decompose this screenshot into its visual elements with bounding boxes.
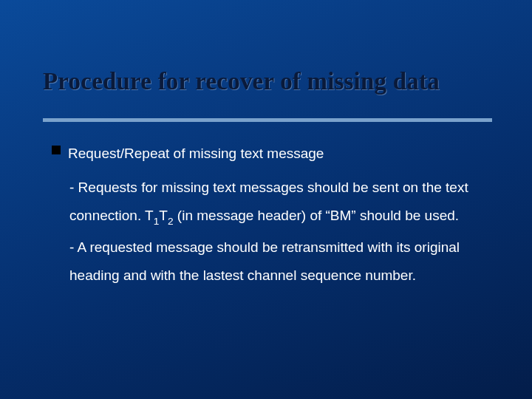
- title-underline: [43, 118, 492, 122]
- sub-paragraph-2: ‐ A requested message should be retransm…: [69, 233, 488, 290]
- bullet-body: ‐ Requests for missing text messages sho…: [69, 174, 488, 290]
- slide-content: Request/Repeat of missing text message ‐…: [52, 140, 488, 293]
- bullet-item: Request/Repeat of missing text message: [52, 140, 488, 166]
- sub-paragraph-1: ‐ Requests for missing text messages sho…: [69, 174, 488, 231]
- slide-title: Procedure for recover of missing data: [43, 68, 502, 95]
- subscript-1: 1: [154, 216, 160, 227]
- square-bullet-icon: [52, 146, 61, 154]
- para1-text-post: (in message header) of “BM” should be us…: [174, 208, 460, 223]
- slide: Procedure for recover of missing data Re…: [0, 0, 532, 399]
- subscript-2: 2: [168, 216, 174, 227]
- para1-text-mid: T: [159, 208, 168, 223]
- bullet-heading: Request/Repeat of missing text message: [68, 140, 324, 166]
